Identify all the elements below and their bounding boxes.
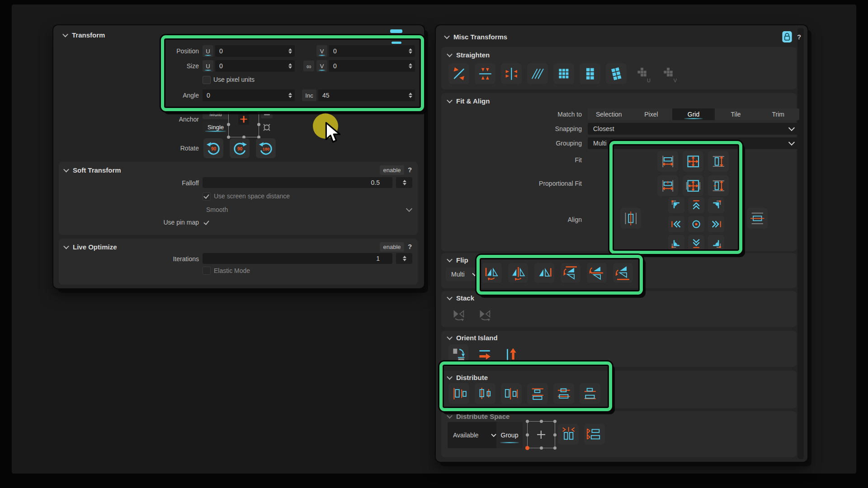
proportional-fit-height-button[interactable] (708, 175, 729, 196)
rotate-ccw-90-button[interactable]: 90 (203, 138, 223, 158)
position-u-spinner[interactable] (288, 48, 292, 54)
flip-h-right-edge-button[interactable] (534, 263, 554, 283)
straighten-loops-button[interactable] (527, 63, 548, 84)
size-u-spinner[interactable] (288, 63, 292, 69)
distribute-h-centers-button[interactable] (475, 383, 495, 404)
size-v-field[interactable]: 0 (329, 60, 415, 72)
position-u-field[interactable]: 0 (215, 45, 295, 57)
rotate-180-button[interactable]: 180 (256, 138, 276, 158)
position-v-field[interactable]: 0 (329, 45, 415, 57)
anchor-handle[interactable] (257, 123, 260, 126)
stack-header[interactable]: Stack (448, 294, 474, 302)
flip-h-center-button[interactable] (508, 263, 528, 283)
grid-2x3-button[interactable] (580, 63, 600, 84)
align-right-button[interactable] (708, 216, 724, 232)
link-uv-icon[interactable]: ∞ (303, 61, 314, 71)
align-top-right-button[interactable] (708, 197, 724, 213)
distribute-space-horizontal-button[interactable] (558, 424, 579, 445)
align-center-horizontal-button[interactable] (747, 208, 768, 229)
iterations-field[interactable]: 1 (203, 253, 392, 264)
flip-v-bottom-edge-button[interactable] (613, 263, 633, 283)
group-button[interactable]: Group (496, 422, 523, 448)
position-v-axis-button[interactable]: V (316, 45, 327, 57)
misc-transforms-header[interactable]: Misc Transforms (445, 33, 507, 41)
use-pin-map-checkbox[interactable] (203, 219, 211, 227)
position-u-axis-button[interactable]: U (203, 45, 213, 57)
live-optimize-header[interactable]: Live Optimize (64, 243, 117, 251)
size-u-axis-button[interactable]: U (203, 60, 213, 72)
falloff-spinner[interactable] (403, 180, 406, 185)
angle-increment-spinner[interactable] (409, 93, 412, 98)
straighten-vertical-button[interactable] (501, 63, 522, 84)
grouping-dropdown[interactable]: Multi (588, 137, 799, 149)
transform-panel-header[interactable]: Transform (63, 31, 105, 39)
align-bottom-left-button[interactable] (668, 235, 684, 251)
anchor-handle[interactable] (242, 110, 245, 113)
anchor-handle[interactable] (227, 123, 230, 126)
anchor-gizmo-button[interactable] (261, 121, 273, 134)
fit-both-button[interactable] (683, 151, 703, 172)
position-v-spinner[interactable] (409, 48, 412, 54)
anchor-handle[interactable] (540, 420, 543, 423)
distribute-right-button[interactable] (501, 383, 522, 404)
distribute-top-button[interactable] (527, 383, 548, 404)
iterations-spinner[interactable] (403, 256, 406, 261)
stack-islands-button[interactable] (448, 305, 468, 324)
chevron-down-icon[interactable] (406, 206, 412, 212)
anchor-handle[interactable] (227, 136, 230, 139)
flip-h-left-edge-button[interactable] (482, 263, 502, 283)
stack-similar-button[interactable] (475, 305, 495, 324)
distribute-space-vertical-button[interactable] (584, 424, 605, 445)
align-bottom-button[interactable] (688, 235, 704, 251)
anchor-selected-tile[interactable] (238, 114, 249, 125)
angle-spinner[interactable] (288, 93, 292, 98)
angle-increment-field[interactable]: 45 (318, 89, 415, 101)
anchor-handle[interactable] (553, 420, 557, 423)
lock-icon[interactable] (782, 31, 793, 43)
align-top-button[interactable] (688, 197, 704, 213)
distribute-bottom-button[interactable] (580, 383, 600, 404)
distribute-left-button[interactable] (448, 383, 469, 404)
help-icon[interactable]: ? (797, 33, 801, 41)
flip-header[interactable]: Flip (448, 256, 468, 264)
match-to-option-grid[interactable]: Grid (672, 108, 715, 120)
size-u-field[interactable]: 0 (215, 60, 295, 72)
align-top-left-button[interactable] (668, 197, 684, 213)
distribute-space-header[interactable]: Distribute Space (448, 412, 509, 420)
anchor-handle[interactable] (227, 110, 230, 113)
orient-island-header[interactable]: Orient Island (448, 333, 498, 342)
proportional-fit-both-button[interactable] (683, 175, 703, 196)
lock-icon[interactable] (390, 29, 402, 33)
flip-mode-dropdown[interactable]: Multi (446, 267, 479, 281)
straighten-selection-button[interactable] (448, 63, 469, 84)
live-optimize-enable-button[interactable]: enable (380, 242, 404, 252)
proportional-fit-width-button[interactable] (657, 175, 678, 196)
anchor-selected-handle[interactable] (525, 446, 529, 450)
align-center-vertical-button[interactable] (620, 208, 641, 229)
fit-height-button[interactable] (708, 151, 729, 172)
space-anchor-widget[interactable] (527, 421, 555, 448)
distribute-v-centers-button[interactable] (553, 383, 574, 404)
available-dropdown[interactable]: Available (448, 422, 499, 448)
orient-vertical-button[interactable] (501, 344, 521, 364)
match-to-option-trim[interactable]: Trim (757, 108, 799, 120)
soft-transform-header[interactable]: Soft Transform (64, 166, 121, 174)
anchor-multi-button[interactable]: Multi (203, 108, 229, 119)
smooth-dropdown[interactable]: Smooth (206, 206, 228, 213)
falloff-spinner-box[interactable] (396, 177, 412, 188)
fit-width-button[interactable] (657, 151, 678, 172)
size-v-axis-button[interactable]: V (316, 60, 327, 72)
soft-transform-enable-button[interactable]: enable (380, 165, 404, 175)
scrollbar[interactable] (797, 28, 804, 459)
anchor-handle[interactable] (553, 446, 557, 450)
size-v-spinner[interactable] (409, 63, 412, 69)
angle-field[interactable]: 0 (203, 89, 295, 101)
use-screen-space-checkbox[interactable] (203, 192, 211, 201)
anchor-handle[interactable] (553, 433, 557, 436)
anchor-position-widget[interactable] (228, 111, 259, 137)
anchor-single-button[interactable]: Single (203, 121, 229, 133)
anchor-handle[interactable] (540, 446, 543, 450)
constrain-u-button[interactable]: U (632, 63, 653, 84)
anchor-collapse-button[interactable] (261, 110, 273, 118)
align-center-button[interactable] (688, 216, 704, 232)
